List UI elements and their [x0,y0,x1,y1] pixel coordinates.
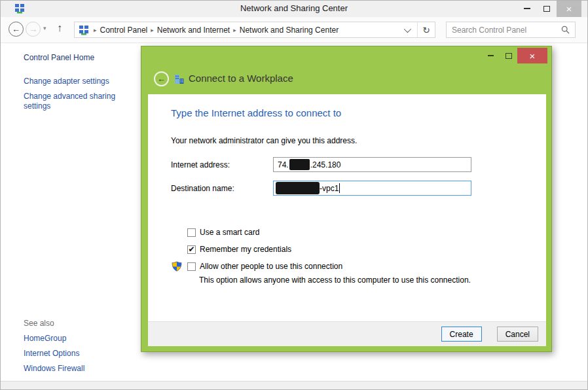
refresh-icon: ↻ [422,25,430,35]
remember-credentials-checkbox-row[interactable]: ✔ Remember my credentials [187,245,291,254]
breadcrumb-separator-icon: ▸ [90,27,100,33]
search-input[interactable] [452,26,561,35]
sidebar-item-control-panel-home[interactable]: Control Panel Home [24,53,94,62]
sidebar-item-homegroup[interactable]: HomeGroup [24,334,66,343]
breadcrumb-controls: ↻ [404,22,435,37]
window-bottom-frame [1,381,587,389]
smart-card-label: Use a smart card [200,228,259,237]
minimize-icon [488,55,494,56]
sidebar-item-change-advanced-sharing-settings[interactable]: Change advanced sharing settings [24,92,123,111]
window-title: Network and Sharing Center [0,3,588,13]
close-button[interactable]: × [557,0,581,17]
sidebar-item-internet-options[interactable]: Internet Options [24,349,79,358]
breadcrumb-separator-icon: ▸ [147,27,157,33]
breadcrumb-item-control-panel[interactable]: Control Panel [100,26,148,35]
connect-to-workplace-dialog: × ← Connect to a Workplace Type the Inte… [141,46,552,352]
wizard-body: Type the Internet address to connect to … [148,94,546,346]
maximize-button[interactable] [537,0,557,17]
forward-arrow-icon: → [29,24,37,34]
wizard-heading: Type the Internet address to connect to [171,107,341,118]
address-dropdown-icon[interactable] [404,25,411,32]
allow-others-note: This option allows anyone with access to… [199,275,471,285]
destination-name-label: Destination name: [171,184,234,193]
allow-others-checkbox[interactable] [187,262,196,271]
address-toolbar: ← → ▾ ↑ ▸ Control Panel ▸ Network and In… [1,17,587,43]
breadcrumb[interactable]: ▸ Control Panel ▸ Network and Internet ▸… [74,22,435,38]
redaction-box [289,159,310,170]
close-icon: × [566,3,572,14]
breadcrumb-item-network-and-internet[interactable]: Network and Internet [157,26,230,35]
wizard-back-button[interactable]: ← [154,71,169,86]
back-arrow-icon: ← [157,74,166,84]
breadcrumb-separator-icon: ▸ [230,27,240,33]
maximize-icon [505,53,512,59]
minimize-icon [524,8,530,9]
internet-address-value-suffix: .245.180 [310,160,341,169]
dialog-caption-buttons: × [482,48,547,63]
forward-button[interactable]: → [26,22,41,37]
back-button[interactable]: ← [9,22,24,37]
remember-credentials-label: Remember my credentials [200,245,291,254]
control-panel-icon [79,25,89,35]
destination-name-value-suffix: -vpc1 [320,184,339,193]
remember-credentials-checkbox[interactable]: ✔ [187,245,196,254]
sidebar-item-change-adapter-settings[interactable]: Change adapter settings [24,77,109,86]
breadcrumb-item-network-and-sharing-center[interactable]: Network and Sharing Center [240,26,339,35]
allow-others-checkbox-row[interactable]: Allow other people to use this connectio… [187,262,342,271]
destination-name-field[interactable]: -vpc1 [273,181,471,196]
minimize-button[interactable] [517,0,537,17]
dialog-title: Connect to a Workplace [189,73,293,84]
search-icon [561,26,570,34]
internet-address-field[interactable]: 74. .245.180 [273,157,471,172]
window-caption-buttons: × [517,0,581,17]
create-button[interactable]: Create [441,327,482,342]
redaction-box [276,182,320,194]
internet-address-label: Internet address: [171,160,230,169]
workplace-icon [173,73,185,85]
wizard-subheading: Your network administrator can give you … [171,136,357,145]
back-arrow-icon: ← [12,24,20,34]
sidebar-item-windows-firewall[interactable]: Windows Firewall [24,364,84,373]
check-icon: ✔ [188,245,194,253]
allow-others-label: Allow other people to use this connectio… [200,262,342,271]
internet-address-value-prefix: 74. [278,160,289,169]
close-icon: × [530,50,536,62]
wizard-footer: Create Cancel [148,321,546,346]
window-titlebar: Network and Sharing Center × [0,0,588,17]
dialog-close-button[interactable]: × [517,48,547,63]
sidebar-see-also-heading: See also [24,319,54,328]
cancel-button[interactable]: Cancel [497,327,538,342]
smart-card-checkbox[interactable] [187,228,196,237]
up-button[interactable]: ↑ [57,22,62,34]
text-caret [339,183,340,193]
refresh-button[interactable]: ↻ [418,22,435,37]
dialog-minimize-button[interactable] [482,48,500,63]
smart-card-checkbox-row[interactable]: Use a smart card [187,228,259,237]
search-box[interactable] [446,22,576,38]
uac-shield-icon [172,261,182,272]
recent-pages-dropdown[interactable]: ▾ [43,25,46,31]
dialog-maximize-button[interactable] [500,48,517,63]
wizard-nav: ← Connect to a Workplace [141,63,551,94]
maximize-icon [543,6,550,12]
